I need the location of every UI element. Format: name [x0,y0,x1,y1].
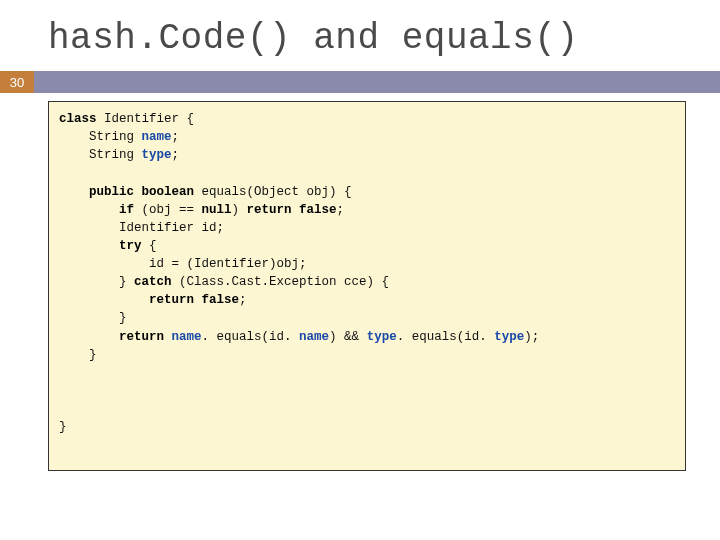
code-text: ; [239,293,247,307]
field-type2: type [367,330,397,344]
field-type3: type [494,330,524,344]
code-text: Identifier { [97,112,195,126]
field-type: type [142,148,172,162]
code-text: (obj == [134,203,202,217]
code-text: } [59,275,134,289]
code-text: } [59,311,127,325]
slide-title: hash.Code() and equals() [0,0,720,65]
slide-number-badge: 30 [0,71,34,93]
kw-try: try [59,239,142,253]
code-text [164,330,172,344]
kw-return-false: return false [247,203,337,217]
code-text: String [59,148,142,162]
field-name2: name [172,330,202,344]
kw-public-boolean: public boolean [59,185,194,199]
kw-catch: catch [134,275,172,289]
code-text: { [142,239,157,253]
kw-return-false2: return false [59,293,239,307]
divider-fill [34,71,720,93]
kw-if: if [59,203,134,217]
title-part2: equals() [402,18,579,59]
title-and: and [291,18,402,59]
code-text: ; [172,130,180,144]
code-text: String [59,130,142,144]
code-text: equals(Object obj) { [194,185,352,199]
code-text: ) [232,203,247,217]
kw-class: class [59,112,97,126]
code-text: } [59,348,97,362]
kw-null: null [202,203,232,217]
code-text: . equals(id. [202,330,300,344]
kw-return: return [59,330,164,344]
code-block: class Identifier { String name; String t… [48,101,686,471]
title-part1: hash.Code() [48,18,291,59]
code-text: . equals(id. [397,330,495,344]
code-text: ) && [329,330,367,344]
code-text: (Class.Cast.Exception cce) { [172,275,390,289]
code-text: ; [337,203,345,217]
code-text: Identifier id; [59,221,224,235]
code-text: id = (Identifier)obj; [59,257,307,271]
field-name: name [142,130,172,144]
code-text: } [59,420,67,434]
code-text: ; [172,148,180,162]
field-name3: name [299,330,329,344]
code-text: ); [524,330,539,344]
divider-bar: 30 [0,71,720,93]
